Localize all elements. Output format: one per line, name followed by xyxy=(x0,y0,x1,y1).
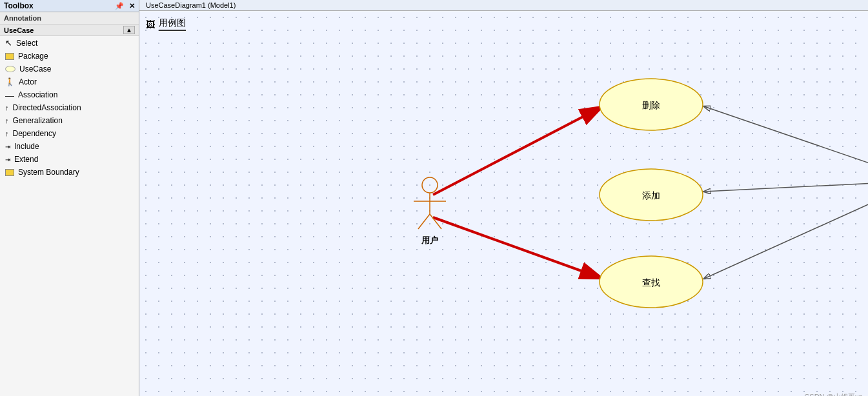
usecase-add-label: 添加 xyxy=(642,190,660,201)
watermark: CSDN @山姆哥up xyxy=(804,392,863,396)
select-label: Select xyxy=(16,39,37,48)
toolbox-item-select[interactable]: ↖ Select xyxy=(0,36,139,50)
toolbox-item-boundary[interactable]: System Boundary xyxy=(0,166,139,179)
user-actor-right-leg xyxy=(430,214,441,229)
usecase-delete-label: 删除 xyxy=(642,100,660,110)
user-actor-left-leg xyxy=(418,214,430,229)
toolbox-item-association[interactable]: Association xyxy=(0,88,139,101)
association-icon xyxy=(5,96,14,97)
toolbox-item-generalization[interactable]: ↑ Generalization xyxy=(0,114,139,127)
package-icon xyxy=(5,53,14,60)
extend-icon: ⇥ xyxy=(5,156,10,163)
annotation-section: Annotation xyxy=(0,12,139,25)
toolbox-header: Toolbox 📌 ✕ xyxy=(0,0,139,12)
pin-icon[interactable]: 📌 xyxy=(115,2,124,10)
dependency-label: Dependency xyxy=(13,129,56,138)
scroll-up-btn[interactable]: ▲ xyxy=(123,26,135,34)
usecase-icon xyxy=(5,66,15,72)
include-label: Include xyxy=(14,142,39,151)
usecase-label: UseCase xyxy=(19,64,51,74)
extend-label: Extend xyxy=(14,155,38,164)
canvas-tab: UseCaseDiagram1 (Model1) xyxy=(139,0,868,11)
actor-label: Actor xyxy=(19,77,37,86)
toolbox-items-list: ↖ Select Package UseCase 🚶 Actor xyxy=(0,36,139,396)
boundary-icon xyxy=(5,169,14,176)
toolbox-title: Toolbox xyxy=(4,1,34,10)
generalization-label: Generalization xyxy=(13,116,63,125)
directed-label: DirectedAssociation xyxy=(13,103,81,112)
dependency-icon: ↑ xyxy=(5,130,9,137)
diagram-svg: 用户 管理员 删除 xyxy=(139,11,868,396)
directed-icon: ↑ xyxy=(5,104,9,112)
toolbox-item-dependency[interactable]: ↑ Dependency xyxy=(0,127,139,140)
toolbox-item-extend[interactable]: ⇥ Extend xyxy=(0,153,139,166)
user-actor-label: 用户 xyxy=(421,235,438,245)
actor-icon: 🚶 xyxy=(5,77,15,86)
canvas-content[interactable]: 🖼 用例图 xyxy=(139,11,868,396)
usecase-search-label: 查找 xyxy=(642,277,660,288)
canvas-tab-label: UseCaseDiagram1 (Model1) xyxy=(146,1,236,9)
toolbox-panel: Toolbox 📌 ✕ Annotation UseCase ▲ ↖ Selec… xyxy=(0,0,139,396)
toolbox-item-usecase[interactable]: UseCase xyxy=(0,63,139,75)
canvas-area: UseCaseDiagram1 (Model1) 🖼 用例图 xyxy=(139,0,868,396)
arrow-admin-to-add xyxy=(704,182,868,192)
app-container: Toolbox 📌 ✕ Annotation UseCase ▲ ↖ Selec… xyxy=(0,0,868,396)
generalization-icon: ↑ xyxy=(5,117,9,124)
toolbox-item-actor[interactable]: 🚶 Actor xyxy=(0,75,139,88)
boundary-label: System Boundary xyxy=(18,168,79,177)
toolbox-item-include[interactable]: ⇥ Include xyxy=(0,140,139,153)
main-area: Toolbox 📌 ✕ Annotation UseCase ▲ ↖ Selec… xyxy=(0,0,868,396)
arrow-user-to-search xyxy=(433,217,603,279)
toolbox-item-directed[interactable]: ↑ DirectedAssociation xyxy=(0,101,139,114)
toolbox-item-package[interactable]: Package xyxy=(0,50,139,63)
association-label: Association xyxy=(18,90,57,99)
toolbox-header-actions: 📌 ✕ xyxy=(115,2,135,10)
arrow-user-to-delete xyxy=(433,106,603,195)
close-icon[interactable]: ✕ xyxy=(129,2,135,10)
usecase-section-header: UseCase ▲ xyxy=(0,25,139,36)
include-icon: ⇥ xyxy=(5,143,10,150)
user-actor-head xyxy=(422,177,438,193)
select-icon: ↖ xyxy=(5,38,12,48)
arrow-admin-to-delete xyxy=(704,106,868,173)
package-label: Package xyxy=(18,52,48,61)
arrow-admin-to-search xyxy=(704,190,868,279)
